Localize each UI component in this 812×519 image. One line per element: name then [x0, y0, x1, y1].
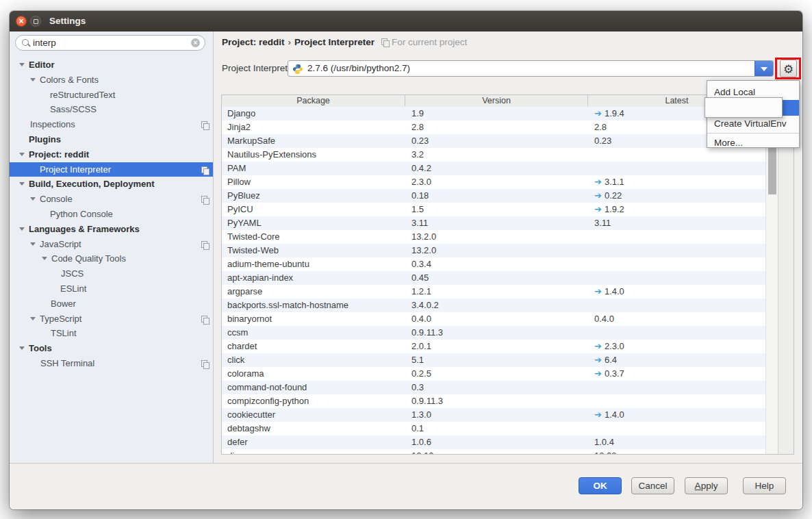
- table-row[interactable]: command-not-found0.3: [222, 381, 765, 394]
- upgrade-arrow-icon: ➔: [594, 286, 602, 296]
- table-row[interactable]: colorama0.2.5➔0.3.7: [222, 367, 765, 381]
- table-row[interactable]: chardet2.0.1➔2.3.0: [222, 340, 765, 353]
- sidebar-item-build-execution-deployment[interactable]: Build, Execution, Deployment: [10, 177, 213, 192]
- latest-cell: ➔6.4: [594, 353, 617, 367]
- table-header[interactable]: Package Version Latest: [222, 95, 778, 107]
- sidebar-item-bower[interactable]: Bower: [10, 296, 213, 312]
- expand-arrow-icon[interactable]: [19, 63, 25, 66]
- sidebar-item-sass-scss[interactable]: Sass/SCSS: [10, 102, 213, 117]
- table-row[interactable]: dirspec13.1013.08: [222, 449, 765, 455]
- scrollbar-thumb[interactable]: [768, 148, 776, 194]
- table-row[interactable]: PyBluez0.18➔0.22: [222, 189, 765, 203]
- expand-arrow-icon[interactable]: [19, 346, 25, 350]
- table-row[interactable]: compizconfig-python0.9.11.3: [222, 394, 765, 408]
- ok-button[interactable]: OK: [579, 477, 622, 494]
- sidebar-item-plugins[interactable]: Plugins: [10, 132, 213, 147]
- table-row[interactable]: Twisted-Web13.2.0: [222, 244, 765, 257]
- clear-search-icon[interactable]: [191, 38, 200, 47]
- table-row[interactable]: ccsm0.9.11.3: [222, 326, 765, 340]
- table-row[interactable]: Twisted-Core13.2.0: [222, 230, 765, 244]
- apply-button[interactable]: Apply: [685, 477, 728, 494]
- table-row[interactable]: Jinja22.82.8: [222, 121, 765, 134]
- table-row[interactable]: debtagshw0.1: [222, 422, 765, 435]
- expand-arrow-icon[interactable]: [19, 182, 25, 186]
- override-copy-icon: [201, 196, 207, 203]
- sidebar-item-restructuredtext[interactable]: reStructuredText: [10, 88, 213, 103]
- package-name-cell: cookiecutter: [227, 408, 275, 422]
- expand-arrow-icon[interactable]: [30, 197, 36, 201]
- sidebar-item-label: Inspections: [30, 119, 75, 129]
- table-row[interactable]: Nautilus-PyExtensions3.2: [222, 148, 765, 162]
- python-icon: [292, 64, 303, 75]
- sidebar-item-code-quality-tools[interactable]: Code Quality Tools: [10, 251, 213, 266]
- sidebar-item-inspections[interactable]: Inspections: [10, 117, 213, 132]
- search-input[interactable]: interp: [33, 36, 56, 50]
- sidebar-item-jscs[interactable]: JSCS: [10, 266, 213, 281]
- menu-item-more[interactable]: More...: [707, 135, 799, 151]
- sidebar-item-editor[interactable]: Editor: [10, 58, 213, 73]
- menu-separator: [707, 133, 799, 134]
- table-row[interactable]: PyYAML3.113.11: [222, 216, 765, 230]
- breadcrumb: Project: reddit›Project InterpreterFor c…: [222, 37, 467, 47]
- gear-button[interactable]: ⚙: [780, 60, 797, 77]
- help-button[interactable]: Help: [743, 477, 786, 494]
- menu-item-add-local[interactable]: Add Local: [707, 84, 799, 100]
- settings-tree: EditorColors & FontsreStructuredTextSass…: [10, 58, 213, 464]
- table-row[interactable]: PAM0.4.2: [222, 162, 765, 175]
- sidebar-item-label: reStructuredText: [50, 90, 115, 100]
- column-header-version[interactable]: Version: [405, 95, 588, 106]
- table-row[interactable]: Pillow2.3.0➔3.1.1: [222, 175, 765, 189]
- latest-cell: 3.11: [594, 216, 611, 230]
- combo-dropdown-arrow-icon[interactable]: [754, 61, 773, 76]
- expand-arrow-icon[interactable]: [30, 317, 36, 320]
- menu-item-add-remote[interactable]: Add Remote: [707, 100, 799, 116]
- expand-arrow-icon[interactable]: [42, 257, 47, 260]
- title-bar[interactable]: Settings: [10, 11, 802, 32]
- sidebar-item-typescript[interactable]: TypeScript: [10, 312, 213, 327]
- sidebar-item-eslint[interactable]: ESLint: [10, 281, 213, 296]
- package-name-cell: argparse: [227, 285, 262, 299]
- close-window-icon[interactable]: [16, 16, 27, 27]
- sidebar-item-project-interpreter[interactable]: Project Interpreter: [10, 162, 213, 177]
- expand-arrow-icon[interactable]: [30, 78, 36, 81]
- table-row[interactable]: Django1.9➔1.9.4: [222, 107, 765, 121]
- sidebar-item-tslint[interactable]: TSLint: [10, 326, 213, 341]
- expand-arrow-icon[interactable]: [19, 153, 25, 156]
- table-row[interactable]: argparse1.2.1➔1.4.0: [222, 285, 765, 299]
- settings-search-field[interactable]: interp: [15, 35, 205, 51]
- maximize-window-icon[interactable]: [30, 16, 41, 27]
- table-row[interactable]: PyICU1.5➔1.9.2: [222, 203, 765, 216]
- table-row[interactable]: defer1.0.61.0.4: [222, 435, 765, 449]
- table-row[interactable]: binaryornot0.4.00.4.0: [222, 312, 765, 326]
- gear-icon: ⚙: [781, 61, 796, 77]
- table-scrollbar[interactable]: [765, 107, 778, 454]
- sidebar-item-ssh-terminal[interactable]: SSH Terminal: [10, 356, 213, 371]
- package-name-cell: compizconfig-python: [227, 394, 309, 408]
- package-name-cell: colorama: [227, 367, 264, 381]
- cancel-button[interactable]: Cancel: [631, 477, 674, 494]
- sidebar-item-languages-frameworks[interactable]: Languages & Frameworks: [10, 222, 213, 237]
- sidebar-item-python-console[interactable]: Python Console: [10, 207, 213, 222]
- interpreter-select[interactable]: 2.7.6 (/usr/bin/python2.7): [288, 60, 774, 77]
- sidebar-item-label: Colors & Fonts: [40, 75, 99, 85]
- sidebar-item-project-reddit[interactable]: Project: reddit: [10, 147, 213, 162]
- table-row[interactable]: apt-xapian-index0.45: [222, 271, 765, 285]
- table-row[interactable]: cookiecutter1.3.0➔1.4.0: [222, 408, 765, 422]
- latest-cell: ➔0.3.7: [594, 367, 624, 381]
- table-row[interactable]: MarkupSafe0.230.23: [222, 134, 765, 148]
- expand-arrow-icon[interactable]: [30, 242, 36, 246]
- column-header-package[interactable]: Package: [222, 95, 405, 106]
- menu-item-create-virtualenv[interactable]: Create VirtualEnv: [707, 116, 799, 131]
- sidebar-item-tools[interactable]: Tools: [10, 341, 213, 356]
- sidebar-item-label: TSLint: [51, 328, 77, 338]
- sidebar-item-console[interactable]: Console: [10, 192, 213, 207]
- table-row[interactable]: click5.1➔6.4: [222, 353, 765, 367]
- sidebar-item-label: Project Interpreter: [40, 164, 111, 175]
- table-row[interactable]: backports.ssl-match-hostname3.4.0.2: [222, 299, 765, 312]
- version-cell: 0.18: [411, 189, 429, 203]
- sidebar-item-colors-fonts[interactable]: Colors & Fonts: [10, 73, 213, 88]
- expand-arrow-icon[interactable]: [19, 227, 25, 231]
- table-row[interactable]: adium-theme-ubuntu0.3.4: [222, 257, 765, 271]
- sidebar-item-javascript[interactable]: JavaScript: [10, 237, 213, 252]
- package-name-cell: Pillow: [227, 175, 251, 189]
